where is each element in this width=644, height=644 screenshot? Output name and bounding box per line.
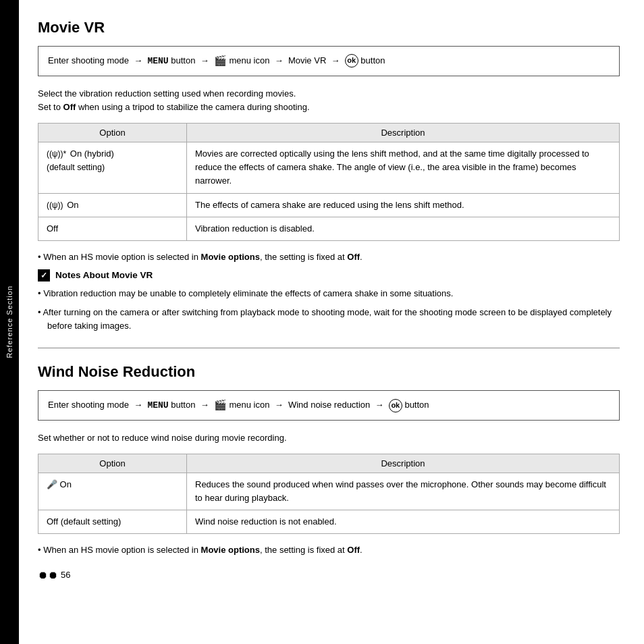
movie-vr-title: Movie VR	[38, 19, 620, 36]
table-row: Off (default setting) Wind noise reducti…	[38, 510, 620, 533]
wind-noise-section: Wind Noise Reduction Enter shooting mode…	[38, 363, 620, 557]
description-cell: Vibration reduction is disabled.	[187, 217, 620, 240]
table-header-description: Description	[187, 454, 620, 473]
table-header-option: Option	[38, 124, 187, 142]
table-header-description: Description	[187, 124, 620, 142]
table-row: Off Vibration reduction is disabled.	[38, 217, 620, 240]
mic-icon: 🎤	[47, 478, 57, 491]
section-divider	[38, 348, 620, 348]
wind-noise-bullet: When an HS movie option is selected in M…	[38, 543, 620, 557]
option-cell: 🎤 On	[38, 473, 187, 510]
vr-on-icon: ((ψ))	[47, 199, 63, 212]
description-cell: The effects of camera shake are reduced …	[187, 193, 620, 217]
movie-vr-bullet: When an HS movie option is selected in M…	[38, 250, 620, 264]
movie-vr-table: Option Description ((ψ))* On (hybrid)(de…	[38, 123, 620, 241]
table-row: ((ψ))* On (hybrid)(default setting) Movi…	[38, 142, 620, 193]
description-cell: Movies are corrected optically using the…	[187, 142, 620, 193]
page-footer: ⏺⏺ 56	[38, 569, 620, 581]
footer-icon: ⏺⏺	[38, 569, 58, 581]
option-cell: ((ψ)) On	[38, 193, 187, 217]
page-number: 56	[61, 570, 70, 580]
option-cell: ((ψ))* On (hybrid)(default setting)	[38, 142, 187, 193]
movie-vr-notes: ✓ Notes About Movie VR Vibration reducti…	[38, 269, 620, 333]
table-row: ((ψ)) On The effects of camera shake are…	[38, 193, 620, 217]
option-cell: Off (default setting)	[38, 510, 187, 533]
vr-hybrid-icon: ((ψ))*	[47, 148, 66, 161]
notes-bullet-2: After turning on the camera or after swi…	[38, 306, 620, 333]
description-cell: Wind noise reduction is not enabled.	[187, 510, 620, 533]
wind-noise-title: Wind Noise Reduction	[38, 363, 620, 381]
notes-bullet-1: Vibration reduction may be unable to com…	[38, 287, 620, 300]
movie-vr-nav-box: Enter shooting mode → MENU button → 🎬 me…	[38, 46, 620, 76]
option-cell: Off	[38, 217, 187, 240]
movie-vr-section: Movie VR Enter shooting mode → MENU butt…	[38, 19, 620, 333]
notes-header: ✓ Notes About Movie VR	[38, 269, 620, 281]
wind-noise-description: Set whether or not to reduce wind noise …	[38, 431, 620, 446]
wind-noise-nav-box: Enter shooting mode → MENU button → 🎬 me…	[38, 390, 620, 421]
table-header-option: Option	[38, 454, 187, 473]
checkmark-icon: ✓	[38, 269, 50, 281]
wind-noise-table: Option Description 🎤 On Reduces the soun…	[38, 454, 620, 534]
table-row: 🎤 On Reduces the sound produced when win…	[38, 473, 620, 510]
main-content: Movie VR Enter shooting mode → MENU butt…	[19, 0, 644, 644]
page-wrapper: Reference Section Movie VR Enter shootin…	[0, 0, 644, 644]
sidebar: Reference Section	[0, 0, 19, 644]
description-cell: Reduces the sound produced when wind pas…	[187, 473, 620, 510]
sidebar-label: Reference Section	[5, 286, 14, 358]
movie-vr-description: Select the vibration reduction setting u…	[38, 87, 620, 115]
